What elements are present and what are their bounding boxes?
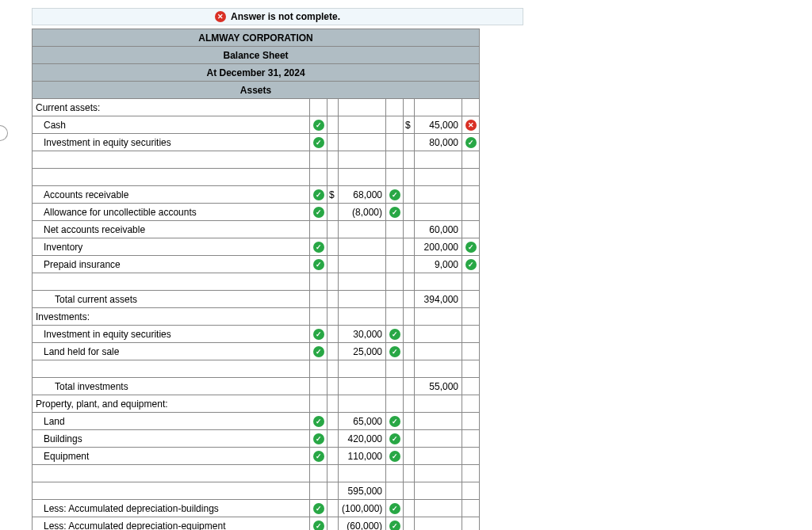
check-icon xyxy=(313,416,324,427)
value-cell: 55,000 xyxy=(415,378,462,395)
cross-icon xyxy=(465,120,477,131)
check-icon xyxy=(465,137,477,148)
value-cell[interactable]: 25,000 xyxy=(339,343,386,360)
row-label: Current assets: xyxy=(33,99,310,116)
check-icon xyxy=(313,242,324,253)
value-cell: 595,000 xyxy=(339,482,386,500)
value-cell[interactable]: 30,000 xyxy=(339,326,386,343)
check-icon xyxy=(313,137,324,148)
table-row: Investment in equity securities 80,000 xyxy=(33,134,480,151)
status-text: Answer is not complete. xyxy=(231,11,340,22)
cross-icon xyxy=(215,11,226,22)
row-label: Investments: xyxy=(33,308,310,326)
value-cell: 394,000 xyxy=(415,291,462,308)
table-row: Less: Accumulated depreciation-buildings… xyxy=(33,500,480,517)
value-mark xyxy=(462,116,480,134)
row-label[interactable]: Net accounts receivable xyxy=(33,221,310,238)
table-row: Buildings 420,000 xyxy=(33,430,480,448)
value-cell[interactable]: 68,000 xyxy=(339,186,386,204)
check-icon xyxy=(313,189,324,200)
check-icon xyxy=(389,503,400,514)
table-row xyxy=(33,465,480,482)
value-cell[interactable]: 45,000 xyxy=(415,116,462,134)
row-label[interactable]: Investment in equity securities xyxy=(33,134,310,151)
value-cell[interactable]: 9,000 xyxy=(415,256,462,273)
dollar-sign: $ xyxy=(327,186,339,204)
row-label[interactable]: Less: Accumulated depreciation-equipment xyxy=(33,517,310,531)
row-label[interactable]: Equipment xyxy=(33,448,310,465)
check-icon xyxy=(465,242,477,253)
value-cell[interactable]: (100,000) xyxy=(339,500,386,517)
row-label: Total current assets xyxy=(33,291,310,308)
sheet-title: Balance Sheet xyxy=(33,47,480,64)
table-row: Current assets: xyxy=(33,99,480,116)
check-icon xyxy=(313,120,324,131)
table-row: Net accounts receivable 60,000 xyxy=(33,221,480,238)
row-label: Total investments xyxy=(33,378,310,395)
check-icon xyxy=(313,346,324,357)
left-edge-tab[interactable] xyxy=(0,125,8,141)
check-icon xyxy=(389,520,400,530)
row-label[interactable]: Allowance for uncollectible accounts xyxy=(33,204,310,221)
section-assets: Assets xyxy=(33,82,480,99)
row-label[interactable]: Less: Accumulated depreciation-buildings xyxy=(33,500,310,517)
check-icon xyxy=(313,451,324,462)
table-row: Cash $ 45,000 xyxy=(33,116,480,134)
row-label[interactable]: Accounts receivable xyxy=(33,186,310,204)
table-row: 595,000 xyxy=(33,482,480,500)
row-label[interactable]: Inventory xyxy=(33,238,310,256)
value-cell[interactable]: 80,000 xyxy=(415,134,462,151)
check-icon xyxy=(389,416,400,427)
value-cell: 60,000 xyxy=(415,221,462,238)
check-icon xyxy=(389,329,400,340)
check-icon xyxy=(313,433,324,444)
label-mark xyxy=(310,116,327,134)
row-label[interactable]: Land held for sale xyxy=(33,343,310,360)
check-icon xyxy=(313,503,324,514)
value-cell[interactable]: 420,000 xyxy=(339,430,386,448)
row-label: Property, plant, and equipment: xyxy=(33,395,310,413)
check-icon xyxy=(465,259,477,270)
value-cell[interactable]: 110,000 xyxy=(339,448,386,465)
row-label[interactable]: Cash xyxy=(33,116,310,134)
table-row xyxy=(33,151,480,169)
table-row: Equipment 110,000 xyxy=(33,448,480,465)
table-row: Less: Accumulated depreciation-equipment… xyxy=(33,517,480,531)
check-icon xyxy=(313,207,324,218)
table-row: Investment in equity securities 30,000 xyxy=(33,326,480,343)
value-cell[interactable]: (8,000) xyxy=(339,204,386,221)
value-cell[interactable]: 65,000 xyxy=(339,413,386,430)
table-row: Investments: xyxy=(33,308,480,326)
table-row: Allowance for uncollectible accounts (8,… xyxy=(33,204,480,221)
row-label[interactable]: Buildings xyxy=(33,430,310,448)
check-icon xyxy=(389,433,400,444)
table-row: Land held for sale 25,000 xyxy=(33,343,480,360)
row-label[interactable]: Investment in equity securities xyxy=(33,326,310,343)
table-row: Total current assets 394,000 xyxy=(33,291,480,308)
table-row: Inventory 200,000 xyxy=(33,238,480,256)
completion-status-bar: Answer is not complete. xyxy=(32,8,523,25)
row-label[interactable]: Prepaid insurance xyxy=(33,256,310,273)
check-icon xyxy=(389,451,400,462)
balance-sheet-table: ALMWAY CORPORATION Balance Sheet At Dece… xyxy=(32,29,464,530)
table-row xyxy=(33,273,480,291)
value-cell[interactable]: (60,000) xyxy=(339,517,386,531)
check-icon xyxy=(313,520,324,530)
check-icon xyxy=(389,207,400,218)
table-row: Land 65,000 xyxy=(33,413,480,430)
table-row: Prepaid insurance 9,000 xyxy=(33,256,480,273)
table-row: Accounts receivable $ 68,000 xyxy=(33,186,480,204)
check-icon xyxy=(313,329,324,340)
check-icon xyxy=(389,346,400,357)
row-label[interactable]: Land xyxy=(33,413,310,430)
table-row xyxy=(33,360,480,378)
value-cell[interactable]: 200,000 xyxy=(415,238,462,256)
check-icon xyxy=(313,259,324,270)
sheet-date: At December 31, 2024 xyxy=(33,64,480,82)
dollar-sign: $ xyxy=(404,116,415,134)
check-icon xyxy=(389,189,400,200)
table-row: Total investments 55,000 xyxy=(33,378,480,395)
table-row: Property, plant, and equipment: xyxy=(33,395,480,413)
company-name: ALMWAY CORPORATION xyxy=(33,29,480,47)
table-row xyxy=(33,169,480,186)
